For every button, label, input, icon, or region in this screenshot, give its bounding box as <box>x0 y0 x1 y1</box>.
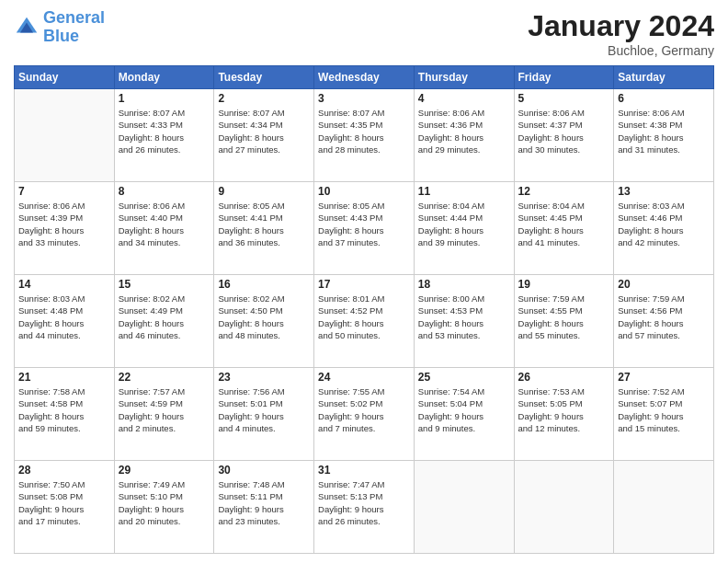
day-info: Sunrise: 7:48 AM Sunset: 5:11 PM Dayligh… <box>218 478 310 527</box>
logo-text: General Blue <box>43 9 105 46</box>
logo-icon <box>14 15 40 40</box>
day-info: Sunrise: 8:02 AM Sunset: 4:50 PM Dayligh… <box>218 293 310 341</box>
calendar-cell: 6Sunrise: 8:06 AM Sunset: 4:38 PM Daylig… <box>614 89 714 182</box>
day-info: Sunrise: 8:06 AM Sunset: 4:40 PM Dayligh… <box>119 200 210 248</box>
calendar-week-1: 7Sunrise: 8:06 AM Sunset: 4:39 PM Daylig… <box>15 182 714 275</box>
day-number: 21 <box>18 371 110 384</box>
day-info: Sunrise: 8:02 AM Sunset: 4:49 PM Dayligh… <box>119 293 210 341</box>
calendar-cell: 27Sunrise: 7:52 AM Sunset: 5:07 PM Dayli… <box>614 368 714 461</box>
day-number: 3 <box>318 92 410 105</box>
weekday-header: Wednesday <box>314 66 415 89</box>
calendar-cell: 7Sunrise: 8:06 AM Sunset: 4:39 PM Daylig… <box>15 182 115 275</box>
calendar-cell: 10Sunrise: 8:05 AM Sunset: 4:43 PM Dayli… <box>314 182 415 275</box>
day-info: Sunrise: 7:59 AM Sunset: 4:56 PM Dayligh… <box>618 293 710 341</box>
day-info: Sunrise: 8:07 AM Sunset: 4:33 PM Dayligh… <box>119 107 210 155</box>
calendar-cell: 23Sunrise: 7:56 AM Sunset: 5:01 PM Dayli… <box>214 368 314 461</box>
calendar-cell: 11Sunrise: 8:04 AM Sunset: 4:44 PM Dayli… <box>414 182 514 275</box>
day-info: Sunrise: 8:07 AM Sunset: 4:35 PM Dayligh… <box>318 107 410 155</box>
day-info: Sunrise: 7:55 AM Sunset: 5:02 PM Dayligh… <box>318 385 410 434</box>
header: General Blue January 2024 Buchloe, Germa… <box>14 9 714 58</box>
day-info: Sunrise: 8:04 AM Sunset: 4:45 PM Dayligh… <box>518 200 610 248</box>
calendar-cell: 12Sunrise: 8:04 AM Sunset: 4:45 PM Dayli… <box>514 182 614 275</box>
weekday-header: Tuesday <box>214 66 314 89</box>
day-info: Sunrise: 8:04 AM Sunset: 4:44 PM Dayligh… <box>418 200 510 248</box>
day-info: Sunrise: 7:59 AM Sunset: 4:55 PM Dayligh… <box>518 293 610 341</box>
calendar-cell: 16Sunrise: 8:02 AM Sunset: 4:50 PM Dayli… <box>214 275 314 368</box>
day-info: Sunrise: 8:06 AM Sunset: 4:36 PM Dayligh… <box>418 107 510 155</box>
page: General Blue January 2024 Buchloe, Germa… <box>0 0 728 563</box>
day-number: 17 <box>318 278 410 291</box>
day-number: 25 <box>418 371 510 384</box>
calendar-cell: 20Sunrise: 7:59 AM Sunset: 4:56 PM Dayli… <box>614 275 714 368</box>
calendar-cell: 31Sunrise: 7:47 AM Sunset: 5:13 PM Dayli… <box>314 461 415 554</box>
calendar-cell: 28Sunrise: 7:50 AM Sunset: 5:08 PM Dayli… <box>15 461 115 554</box>
day-number: 20 <box>618 278 710 291</box>
calendar-cell: 25Sunrise: 7:54 AM Sunset: 5:04 PM Dayli… <box>414 368 514 461</box>
calendar-cell: 13Sunrise: 8:03 AM Sunset: 4:46 PM Dayli… <box>614 182 714 275</box>
month-title: January 2024 <box>528 9 714 43</box>
day-number: 6 <box>618 92 710 105</box>
day-info: Sunrise: 8:05 AM Sunset: 4:43 PM Dayligh… <box>318 200 410 248</box>
day-number: 9 <box>218 185 310 198</box>
calendar-week-3: 21Sunrise: 7:58 AM Sunset: 4:58 PM Dayli… <box>15 368 714 461</box>
day-number: 24 <box>318 371 410 384</box>
logo-line1: General <box>43 8 105 27</box>
day-number: 11 <box>418 185 510 198</box>
day-info: Sunrise: 8:03 AM Sunset: 4:46 PM Dayligh… <box>618 200 710 248</box>
day-number: 8 <box>119 185 210 198</box>
day-info: Sunrise: 7:54 AM Sunset: 5:04 PM Dayligh… <box>418 385 510 434</box>
day-number: 12 <box>518 185 610 198</box>
day-number: 22 <box>119 371 210 384</box>
calendar-cell: 4Sunrise: 8:06 AM Sunset: 4:36 PM Daylig… <box>414 89 514 182</box>
day-number: 10 <box>318 185 410 198</box>
calendar-cell: 9Sunrise: 8:05 AM Sunset: 4:41 PM Daylig… <box>214 182 314 275</box>
day-info: Sunrise: 7:53 AM Sunset: 5:05 PM Dayligh… <box>518 385 610 434</box>
location: Buchloe, Germany <box>528 43 714 58</box>
calendar-cell: 24Sunrise: 7:55 AM Sunset: 5:02 PM Dayli… <box>314 368 415 461</box>
calendar-cell: 26Sunrise: 7:53 AM Sunset: 5:05 PM Dayli… <box>514 368 614 461</box>
day-number: 14 <box>18 278 110 291</box>
day-number: 1 <box>119 92 210 105</box>
day-number: 23 <box>218 371 310 384</box>
weekday-header: Monday <box>114 66 214 89</box>
day-info: Sunrise: 8:07 AM Sunset: 4:34 PM Dayligh… <box>218 107 310 155</box>
day-number: 16 <box>218 278 310 291</box>
calendar-cell <box>514 461 614 554</box>
calendar-cell: 19Sunrise: 7:59 AM Sunset: 4:55 PM Dayli… <box>514 275 614 368</box>
calendar-cell: 29Sunrise: 7:49 AM Sunset: 5:10 PM Dayli… <box>114 461 214 554</box>
day-info: Sunrise: 7:49 AM Sunset: 5:10 PM Dayligh… <box>119 478 210 527</box>
calendar-cell: 14Sunrise: 8:03 AM Sunset: 4:48 PM Dayli… <box>15 275 115 368</box>
calendar-cell: 3Sunrise: 8:07 AM Sunset: 4:35 PM Daylig… <box>314 89 415 182</box>
calendar-cell <box>414 461 514 554</box>
day-info: Sunrise: 8:06 AM Sunset: 4:37 PM Dayligh… <box>518 107 610 155</box>
day-number: 31 <box>318 464 410 477</box>
calendar-cell <box>614 461 714 554</box>
day-number: 30 <box>218 464 310 477</box>
day-info: Sunrise: 8:06 AM Sunset: 4:38 PM Dayligh… <box>618 107 710 155</box>
calendar-cell: 15Sunrise: 8:02 AM Sunset: 4:49 PM Dayli… <box>114 275 214 368</box>
day-number: 15 <box>119 278 210 291</box>
day-number: 2 <box>218 92 310 105</box>
day-info: Sunrise: 8:06 AM Sunset: 4:39 PM Dayligh… <box>18 200 110 248</box>
day-number: 5 <box>518 92 610 105</box>
calendar: SundayMondayTuesdayWednesdayThursdayFrid… <box>14 65 714 554</box>
weekday-header: Saturday <box>614 66 714 89</box>
day-info: Sunrise: 7:52 AM Sunset: 5:07 PM Dayligh… <box>618 385 710 434</box>
logo-line2: Blue <box>43 27 79 45</box>
title-area: January 2024 Buchloe, Germany <box>528 9 714 58</box>
logo: General Blue <box>14 9 105 46</box>
calendar-body: 1Sunrise: 8:07 AM Sunset: 4:33 PM Daylig… <box>15 89 714 554</box>
calendar-week-4: 28Sunrise: 7:50 AM Sunset: 5:08 PM Dayli… <box>15 461 714 554</box>
day-info: Sunrise: 8:01 AM Sunset: 4:52 PM Dayligh… <box>318 293 410 341</box>
day-number: 18 <box>418 278 510 291</box>
weekday-row: SundayMondayTuesdayWednesdayThursdayFrid… <box>15 66 714 89</box>
day-number: 27 <box>618 371 710 384</box>
day-info: Sunrise: 7:56 AM Sunset: 5:01 PM Dayligh… <box>218 385 310 434</box>
weekday-header: Thursday <box>414 66 514 89</box>
day-number: 26 <box>518 371 610 384</box>
day-info: Sunrise: 7:47 AM Sunset: 5:13 PM Dayligh… <box>318 478 410 527</box>
calendar-cell: 17Sunrise: 8:01 AM Sunset: 4:52 PM Dayli… <box>314 275 415 368</box>
weekday-header: Sunday <box>15 66 115 89</box>
calendar-cell: 22Sunrise: 7:57 AM Sunset: 4:59 PM Dayli… <box>114 368 214 461</box>
day-number: 28 <box>18 464 110 477</box>
